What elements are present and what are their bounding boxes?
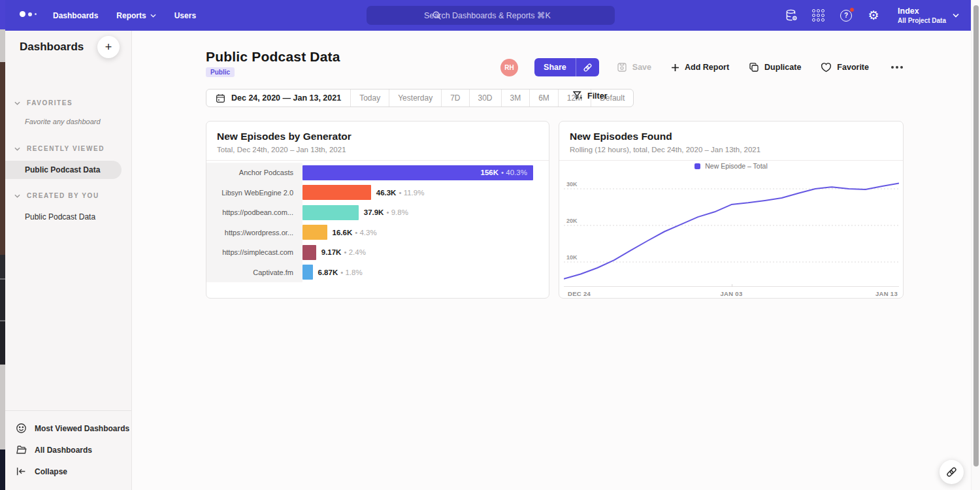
line-chart-svg: [564, 177, 899, 286]
link-icon: [946, 466, 957, 478]
nav-item-users[interactable]: Users: [165, 0, 205, 31]
nav-item-label: Reports: [116, 11, 146, 20]
bar-area: 16.6K• 4.3%: [302, 223, 549, 243]
legend-label: New Episode – Total: [705, 162, 768, 170]
bar-chart-row: https://podbean.com...37.9K• 9.8%: [206, 203, 549, 223]
nav-item-dashboards[interactable]: Dashboards: [44, 0, 107, 31]
line-chart-card: New Episodes Found Rolling (12 hours), t…: [559, 121, 904, 299]
line-series[interactable]: [564, 184, 899, 279]
duplicate-label: Duplicate: [764, 63, 801, 72]
collapse-sidebar-button[interactable]: Collapse: [5, 461, 131, 482]
project-switcher[interactable]: Index All Project Data: [898, 7, 959, 24]
bar[interactable]: [302, 265, 313, 280]
settings-button[interactable]: ⚙: [866, 8, 881, 23]
calendar-icon: [216, 93, 225, 103]
bar[interactable]: 156K• 40.3%: [302, 165, 533, 180]
share-button[interactable]: Share: [534, 58, 599, 76]
chart-subtitle: Total, Dec 24th, 2020 – Jan 13th, 2021: [217, 146, 538, 154]
footer-item-label: Most Viewed Dashboards: [35, 424, 129, 433]
bar-area: 46.3K• 11.9%: [302, 183, 549, 203]
top-navbar: Dashboards Reports Users ? ⚙ Index All P…: [5, 0, 971, 31]
bar-value-label: 46.3K: [376, 189, 397, 197]
section-favorites-header[interactable]: FAVORITES: [5, 99, 131, 106]
section-recently-viewed-header[interactable]: RECENTLY VIEWED: [5, 145, 131, 152]
bar[interactable]: [302, 245, 316, 260]
x-tick-label: JAN 03: [720, 290, 742, 297]
preset-30d[interactable]: 30D: [469, 90, 501, 106]
add-dashboard-button[interactable]: +: [97, 36, 120, 58]
y-tick-label: 20K: [566, 218, 578, 224]
more-actions-button[interactable]: [889, 63, 906, 71]
footer-item-label: All Dashboards: [35, 446, 92, 455]
section-label: RECENTLY VIEWED: [27, 145, 105, 152]
apps-menu-button[interactable]: [811, 8, 826, 23]
floating-share-link-button[interactable]: [939, 460, 964, 484]
help-button[interactable]: ?: [839, 8, 853, 23]
scrollbar-thumb[interactable]: [973, 5, 979, 466]
x-tick-label: JAN 13: [875, 290, 898, 297]
preset-3m[interactable]: 3M: [501, 90, 530, 106]
primary-nav: Dashboards Reports Users: [44, 0, 205, 31]
copy-link-button[interactable]: [576, 58, 599, 76]
favorites-empty-hint: Favorite any dashboard: [5, 118, 131, 125]
bar-percent-label: • 9.8%: [386, 208, 408, 216]
bar[interactable]: [302, 185, 371, 200]
all-dashboards-button[interactable]: All Dashboards: [5, 439, 131, 461]
background-window-strip: [0, 0, 5, 490]
most-viewed-dashboards-button[interactable]: Most Viewed Dashboards: [5, 417, 131, 439]
chart-title: New Episodes Found: [570, 131, 892, 142]
card-header: New Episodes by Generator Total, Dec 24t…: [206, 122, 549, 161]
bar-chart-rows: Anchor Podcasts156K• 40.3%Libsyn WebEngi…: [206, 163, 549, 282]
preset-7d[interactable]: 7D: [441, 90, 468, 106]
project-subtitle: All Project Data: [898, 17, 946, 24]
bar-value-label: 37.9K: [364, 208, 384, 216]
chart-legend: New Episode – Total: [559, 162, 903, 170]
preset-6m[interactable]: 6M: [529, 90, 558, 106]
line-plot-area: 10K20K30K: [564, 177, 899, 286]
scrollbar-track[interactable]: [971, 0, 980, 490]
legend-swatch: [694, 163, 700, 169]
chevron-down-icon: [14, 101, 20, 105]
main-content: Public Podcast Data Public RH Share Save…: [132, 31, 971, 490]
nav-item-label: Users: [174, 11, 196, 20]
chevron-down-icon: [14, 194, 20, 198]
search-input[interactable]: [406, 11, 576, 20]
y-tick-label: 30K: [566, 181, 578, 188]
sidebar: Dashboards + FAVORITES Favorite any dash…: [5, 31, 132, 490]
preset-today[interactable]: Today: [350, 90, 389, 106]
section-created-by-you-header[interactable]: CREATED BY YOU: [5, 192, 131, 199]
sidebar-item-public-podcast-data[interactable]: Public Podcast Data: [5, 161, 122, 179]
bar[interactable]: [302, 205, 359, 220]
dashboard-actions: RH Share Save Add Report Duplicate Favor…: [500, 58, 906, 76]
bar-chart-row: Anchor Podcasts156K• 40.3%: [206, 163, 549, 183]
date-toolbar: Dec 24, 2020 — Jan 13, 2021 Today Yester…: [206, 89, 634, 107]
bar-chart-row: Libsyn WebEngine 2.046.3K• 11.9%: [206, 183, 549, 203]
bar-chart-row: https://wordpress.or...16.6K• 4.3%: [206, 223, 549, 243]
chevron-down-icon: [953, 13, 959, 18]
preset-yesterday[interactable]: Yesterday: [389, 90, 441, 106]
add-report-button[interactable]: Add Report: [671, 63, 729, 72]
bar[interactable]: [302, 225, 327, 240]
share-button-label[interactable]: Share: [534, 58, 576, 76]
filter-funnel-icon: [573, 91, 582, 101]
data-sources-button[interactable]: [784, 8, 798, 23]
duplicate-icon: [749, 62, 759, 73]
logo-dot-icon: [35, 13, 37, 15]
bar-value-label: 16.6K: [333, 229, 353, 237]
avatar[interactable]: RH: [500, 59, 518, 76]
chart-subtitle: Rolling (12 hours), total, Dec 24th, 202…: [570, 146, 892, 154]
section-label: FAVORITES: [27, 99, 73, 106]
nav-item-reports[interactable]: Reports: [107, 0, 165, 31]
bar-category-label: Libsyn WebEngine 2.0: [206, 183, 302, 203]
filter-button[interactable]: Filter: [573, 91, 608, 101]
bar-category-label: Anchor Podcasts: [206, 163, 302, 183]
global-search[interactable]: [367, 6, 615, 25]
app-logo[interactable]: [20, 11, 37, 17]
sidebar-item-public-podcast-data[interactable]: Public Podcast Data: [5, 208, 131, 226]
save-button[interactable]: Save: [617, 62, 651, 73]
sidebar-footer: Most Viewed Dashboards All Dashboards Co…: [5, 410, 131, 490]
notification-dot: [849, 7, 855, 12]
duplicate-button[interactable]: Duplicate: [749, 62, 801, 73]
date-range-picker[interactable]: Dec 24, 2020 — Jan 13, 2021: [206, 90, 350, 106]
favorite-button[interactable]: Favorite: [821, 62, 869, 73]
